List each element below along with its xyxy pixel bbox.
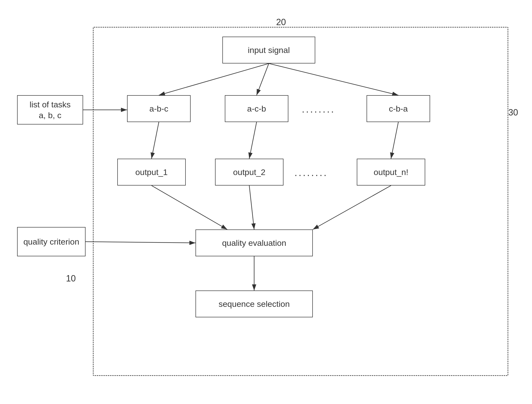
output1-box: output_1 [117,159,186,186]
quality-crit-box: quality criterion [17,227,86,256]
acb-box: a-c-b [225,95,288,122]
quality-eval-box: quality evaluation [195,229,313,256]
label-30: 30 [508,107,518,118]
diagram-container: 20 30 10 input signal a-b-c a-c-b c-b-a … [12,12,520,392]
outputn-box: output_n! [357,159,425,186]
abc-box: a-b-c [127,95,191,122]
input-signal-box: input signal [222,37,315,63]
seq-sel-box: sequence selection [195,290,313,317]
label-10: 10 [66,273,76,284]
output2-box: output_2 [215,159,283,186]
dots-outputs: ........ [294,167,328,178]
dots-permutations: ........ [302,104,335,115]
system-boundary-box [93,27,508,376]
label-20: 20 [276,17,286,27]
list-tasks-box: list of tasks a, b, c [17,95,83,124]
cba-box: c-b-a [367,95,430,122]
